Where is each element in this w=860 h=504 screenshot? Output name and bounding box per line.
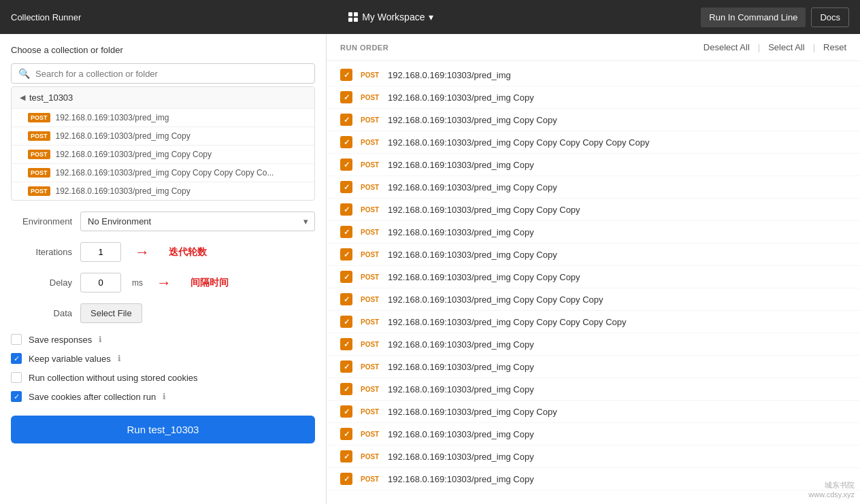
iterations-label: Iterations: [11, 247, 72, 257]
run-item-checkbox[interactable]: [340, 69, 352, 81]
deselect-all-link[interactable]: Deselect All: [704, 42, 750, 52]
table-row: POST 192.168.0.169:10303/pred_img Copy C…: [327, 266, 860, 288]
list-item[interactable]: POST 192.168.0.169:10303/pred_img Copy C…: [12, 146, 314, 164]
docs-button[interactable]: Docs: [811, 7, 849, 27]
run-item-method: POST: [361, 318, 380, 326]
run-item-url: 192.168.0.169:10303/pred_img Copy Copy C…: [388, 205, 580, 215]
save-cookies-row: Save cookies after collection run ℹ: [11, 391, 315, 402]
run-command-line-button[interactable]: Run In Command Line: [701, 7, 806, 27]
run-item-checkbox[interactable]: [340, 271, 352, 283]
delay-input[interactable]: [80, 273, 121, 292]
table-row: POST 192.168.0.169:10303/pred_img: [327, 64, 860, 86]
run-item-url: 192.168.0.169:10303/pred_img Copy: [388, 474, 534, 484]
run-item-url: 192.168.0.169:10303/pred_img Copy: [388, 93, 534, 103]
run-item-checkbox[interactable]: [340, 450, 352, 463]
table-row: POST 192.168.0.169:10303/pred_img Copy: [327, 86, 860, 109]
workspace-name: My Workspace: [362, 12, 425, 22]
search-input[interactable]: [35, 69, 308, 79]
table-row: POST 192.168.0.169:10303/pred_img Copy: [327, 468, 860, 490]
run-item-url: 192.168.0.169:10303/pred_img Copy: [388, 160, 534, 170]
collection-tree: ◀ test_10303 POST 192.168.0.169:10303/pr…: [11, 86, 315, 201]
environment-select[interactable]: No Environment: [80, 212, 315, 231]
run-collection-button[interactable]: Run test_10303: [11, 416, 315, 443]
list-item[interactable]: POST 192.168.0.169:10303/pred_img Copy C…: [12, 164, 314, 182]
workspace-selector[interactable]: My Workspace ▾: [348, 12, 433, 22]
collection-name: test_10303: [29, 93, 73, 103]
header-left: Collection Runner: [11, 12, 81, 22]
table-row: POST 192.168.0.169:10303/pred_img Copy: [327, 446, 860, 468]
run-item-checkbox[interactable]: [340, 473, 352, 485]
run-item-checkbox[interactable]: [340, 248, 352, 261]
iterations-annotation: 迭代轮数: [169, 246, 207, 258]
select-file-button[interactable]: Select File: [80, 303, 142, 323]
watermark: 城东书院 www.cdsy.xyz: [808, 480, 855, 499]
iterations-input[interactable]: [80, 242, 121, 262]
table-row: POST 192.168.0.169:10303/pred_img Copy: [327, 378, 860, 401]
run-item-method: POST: [361, 453, 380, 460]
table-row: POST 192.168.0.169:10303/pred_img Copy C…: [327, 288, 860, 311]
list-item[interactable]: POST 192.168.0.169:10303/pred_img Copy: [12, 127, 314, 146]
reset-link[interactable]: Reset: [823, 42, 846, 52]
app-title: Collection Runner: [11, 12, 81, 22]
table-row: POST 192.168.0.169:10303/pred_img Copy: [327, 221, 860, 243]
run-item-method: POST: [361, 139, 380, 146]
select-all-link[interactable]: Select All: [768, 42, 804, 52]
run-item-method: POST: [361, 71, 380, 79]
table-row: POST 192.168.0.169:10303/pred_img Copy: [327, 333, 860, 356]
run-item-method: POST: [361, 408, 380, 416]
keep-variable-checkbox[interactable]: [11, 353, 22, 364]
run-item-checkbox[interactable]: [340, 158, 352, 171]
list-item[interactable]: POST 192.168.0.169:10303/pred_img Copy: [12, 182, 314, 200]
run-without-cookies-label: Run collection without using stored cook…: [29, 373, 198, 383]
run-item-checkbox[interactable]: [340, 405, 352, 418]
run-item-checkbox[interactable]: [340, 136, 352, 148]
run-item-url: 192.168.0.169:10303/pred_img Copy Copy C…: [388, 272, 580, 282]
list-item[interactable]: POST 192.168.0.169:10303/pred_img: [12, 109, 314, 127]
collection-folder[interactable]: ◀ test_10303: [12, 87, 314, 109]
save-cookies-info-icon[interactable]: ℹ: [163, 392, 166, 401]
run-item-checkbox[interactable]: [340, 383, 352, 395]
save-cookies-label: Save cookies after collection run: [29, 392, 156, 402]
environment-label: Environment: [11, 216, 72, 226]
delay-label: Delay: [11, 278, 72, 288]
folder-arrow-icon: ◀: [20, 93, 25, 102]
run-item-checkbox[interactable]: [340, 91, 352, 103]
run-item-checkbox[interactable]: [340, 338, 352, 350]
run-item-checkbox[interactable]: [340, 203, 352, 216]
workspace-icon: [348, 12, 358, 22]
delay-annotation: 间隔时间: [191, 277, 229, 289]
run-item-checkbox[interactable]: [340, 293, 352, 305]
table-row: POST 192.168.0.169:10303/pred_img Copy: [327, 423, 860, 446]
environment-row: Environment No Environment ▾: [11, 212, 315, 231]
run-item-checkbox[interactable]: [340, 360, 352, 373]
keep-variable-info-icon[interactable]: ℹ: [118, 354, 121, 363]
run-item-method: POST: [361, 296, 380, 303]
run-without-cookies-checkbox[interactable]: [11, 372, 22, 383]
choose-label: Choose a collection or folder: [11, 45, 315, 55]
save-responses-label: Save responses: [29, 335, 92, 345]
run-item-url: 192.168.0.169:10303/pred_img Copy: [388, 227, 534, 237]
save-responses-info-icon[interactable]: ℹ: [99, 335, 102, 344]
header-actions: Run In Command Line Docs: [701, 7, 849, 27]
run-item-url: 192.168.0.169:10303/pred_img Copy Copy: [388, 182, 557, 192]
run-item-checkbox[interactable]: [340, 226, 352, 238]
run-item-method: POST: [361, 363, 380, 371]
run-item-url: 192.168.0.169:10303/pred_img: [388, 70, 511, 80]
save-cookies-checkbox[interactable]: [11, 391, 22, 402]
run-item-url: 192.168.0.169:10303/pred_img Copy Copy C…: [388, 137, 649, 148]
run-item-checkbox[interactable]: [340, 316, 352, 328]
table-row: POST 192.168.0.169:10303/pred_img Copy C…: [327, 176, 860, 199]
delay-row: Delay ms → 间隔时间: [11, 273, 315, 292]
run-item-method: POST: [361, 341, 380, 348]
save-responses-checkbox[interactable]: [11, 334, 22, 345]
run-item-checkbox[interactable]: [340, 181, 352, 193]
run-item-checkbox[interactable]: [340, 428, 352, 440]
run-without-cookies-row: Run collection without using stored cook…: [11, 372, 315, 383]
data-row: Data Select File: [11, 303, 315, 323]
run-order-label: RUN ORDER: [340, 44, 388, 52]
run-item-checkbox[interactable]: [340, 114, 352, 126]
right-panel: RUN ORDER Deselect All | Select All | Re…: [327, 34, 860, 504]
table-row: POST 192.168.0.169:10303/pred_img Copy C…: [327, 199, 860, 221]
keep-variable-row: Keep variable values ℹ: [11, 353, 315, 364]
run-item-url: 192.168.0.169:10303/pred_img Copy: [388, 384, 534, 394]
